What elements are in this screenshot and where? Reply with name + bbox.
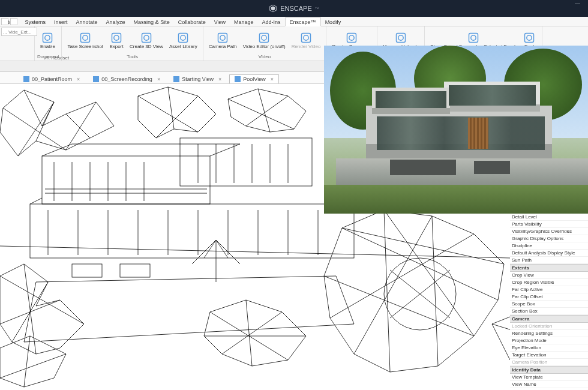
properties-category: Extents bbox=[510, 264, 588, 272]
ribbon-tab[interactable]: Enscape™ bbox=[285, 17, 321, 26]
document-tab-label: 00_ScreenRecording bbox=[101, 76, 152, 82]
document-tab-label: PoolView bbox=[243, 76, 265, 82]
properties-row: Locked Orientation bbox=[510, 323, 588, 330]
svg-rect-12 bbox=[218, 34, 227, 43]
ribbon-sublabel-vr: VR Headset bbox=[43, 55, 69, 61]
properties-row[interactable]: Parts Visibility bbox=[510, 221, 588, 228]
ribbon-tab[interactable]: Add-Ins bbox=[258, 18, 285, 26]
svg-line-85 bbox=[246, 300, 252, 366]
ribbon-icon bbox=[177, 32, 189, 44]
svg-line-33 bbox=[30, 198, 42, 204]
ribbon-button-label: Render Video bbox=[292, 44, 321, 49]
ribbon-tab[interactable]: Annotate bbox=[72, 18, 102, 26]
document-tab[interactable]: 00_PatientRoom× bbox=[18, 74, 85, 83]
svg-line-83 bbox=[0, 354, 66, 378]
ribbon-icon bbox=[467, 32, 479, 44]
document-tab[interactable]: 00_ScreenRecording× bbox=[88, 74, 166, 83]
svg-point-5 bbox=[83, 35, 88, 40]
svg-line-67 bbox=[18, 102, 54, 156]
svg-marker-68 bbox=[138, 87, 216, 138]
ribbon-icon bbox=[300, 32, 312, 44]
svg-line-80 bbox=[0, 300, 60, 324]
svg-line-94 bbox=[324, 276, 474, 336]
ribbon-group-label: Video bbox=[206, 54, 324, 60]
properties-row[interactable]: Scope Box bbox=[510, 301, 588, 308]
svg-marker-81 bbox=[0, 336, 66, 387]
qat-button[interactable] bbox=[1, 18, 8, 25]
ribbon-tab[interactable]: Massing & Site bbox=[130, 18, 174, 26]
render-furniture bbox=[474, 161, 510, 174]
brand-logo: ENSCAPE™ bbox=[269, 4, 319, 13]
ribbon-tab-strip: SteelSystemsInsertAnnotateAnalyzeMassing… bbox=[0, 17, 588, 26]
ribbon-icon bbox=[346, 32, 358, 44]
properties-row[interactable]: Detail Level bbox=[510, 214, 588, 221]
ribbon-tab[interactable]: Manage bbox=[230, 18, 258, 26]
quick-access-toolbar bbox=[1, 18, 17, 25]
ribbon-button[interactable]: Asset Library bbox=[166, 31, 200, 50]
close-icon[interactable]: × bbox=[157, 76, 160, 82]
svg-line-65 bbox=[66, 102, 96, 150]
ribbon-button-label: Asset Library bbox=[169, 44, 197, 49]
properties-row: Camera Position bbox=[510, 359, 588, 366]
svg-line-90 bbox=[384, 210, 390, 372]
properties-panel: Detail LevelParts VisibilityVisibility/G… bbox=[510, 214, 588, 390]
properties-row[interactable]: Far Clip Offset bbox=[510, 293, 588, 301]
svg-marker-72 bbox=[228, 89, 306, 132]
type-selector-dropdown[interactable]: ... Vide_Ext... bbox=[1, 28, 37, 36]
close-icon[interactable]: × bbox=[218, 76, 221, 82]
svg-line-62 bbox=[24, 90, 42, 126]
ribbon-tab[interactable]: Systems bbox=[21, 18, 50, 26]
ribbon-button[interactable]: Take Screenshot bbox=[64, 31, 106, 50]
svg-point-25 bbox=[527, 35, 532, 40]
ribbon-button[interactable]: Enable bbox=[37, 31, 58, 50]
properties-row[interactable]: Crop Region Visible bbox=[510, 279, 588, 286]
properties-row[interactable]: Projection Mode bbox=[510, 337, 588, 344]
ribbon-tab[interactable]: View bbox=[210, 18, 230, 26]
properties-row[interactable]: Crop View bbox=[510, 272, 588, 279]
render-preview-window[interactable] bbox=[324, 46, 588, 214]
svg-rect-60 bbox=[120, 264, 150, 277]
close-icon[interactable]: × bbox=[271, 76, 274, 82]
svg-rect-18 bbox=[347, 34, 356, 43]
window-controls[interactable]: — bbox=[575, 1, 584, 7]
svg-point-9 bbox=[144, 35, 149, 40]
title-bar: ENSCAPE™ — bbox=[0, 0, 588, 17]
svg-rect-32 bbox=[30, 204, 354, 258]
properties-row[interactable]: Discipline bbox=[510, 242, 588, 250]
properties-row[interactable]: Visibility/Graphics Overrides bbox=[510, 228, 588, 235]
ribbon-button[interactable]: Export bbox=[106, 31, 127, 50]
ribbon-group-label bbox=[2, 59, 32, 60]
ribbon-tab[interactable]: Collaborate bbox=[174, 18, 210, 26]
properties-row[interactable]: View Name bbox=[510, 381, 588, 388]
properties-row[interactable]: Section Box bbox=[510, 308, 588, 315]
properties-row[interactable]: View Template bbox=[510, 374, 588, 381]
svg-line-66 bbox=[3, 108, 66, 150]
ribbon-button[interactable]: Video Editor (on/off) bbox=[240, 31, 289, 50]
svg-line-70 bbox=[156, 96, 198, 138]
svg-point-15 bbox=[262, 35, 266, 40]
qat-button[interactable] bbox=[10, 18, 17, 25]
view-icon bbox=[173, 76, 179, 82]
properties-row[interactable]: Sun Path bbox=[510, 257, 588, 264]
properties-row[interactable]: Target Elevation bbox=[510, 352, 588, 359]
close-icon[interactable]: × bbox=[77, 76, 80, 82]
document-tab[interactable]: PoolView× bbox=[229, 74, 279, 83]
ribbon-tab[interactable]: Insert bbox=[50, 18, 72, 26]
ribbon-icon bbox=[258, 32, 270, 44]
ribbon-button-label: Video Editor (on/off) bbox=[243, 44, 286, 49]
properties-row[interactable]: Far Clip Active bbox=[510, 286, 588, 293]
ribbon-button[interactable]: Create 3D View bbox=[127, 31, 166, 50]
ribbon-button[interactable]: Camera Path bbox=[206, 31, 240, 50]
svg-marker-84 bbox=[204, 300, 306, 366]
viewport[interactable]: Detail LevelParts VisibilityVisibility/G… bbox=[0, 84, 588, 390]
properties-row[interactable]: Rendering Settings bbox=[510, 330, 588, 337]
ribbon-icon bbox=[41, 32, 53, 44]
properties-row[interactable]: Eye Elevation bbox=[510, 344, 588, 352]
properties-row[interactable]: Graphic Display Options bbox=[510, 235, 588, 242]
svg-point-17 bbox=[304, 35, 308, 40]
document-tab[interactable]: Starting View× bbox=[168, 74, 227, 83]
ribbon-tab[interactable]: Analyze bbox=[102, 18, 130, 26]
properties-row[interactable]: Default Analysis Display Style bbox=[510, 250, 588, 257]
ribbon-tab[interactable]: Modify bbox=[321, 18, 346, 26]
view-icon bbox=[93, 76, 99, 82]
